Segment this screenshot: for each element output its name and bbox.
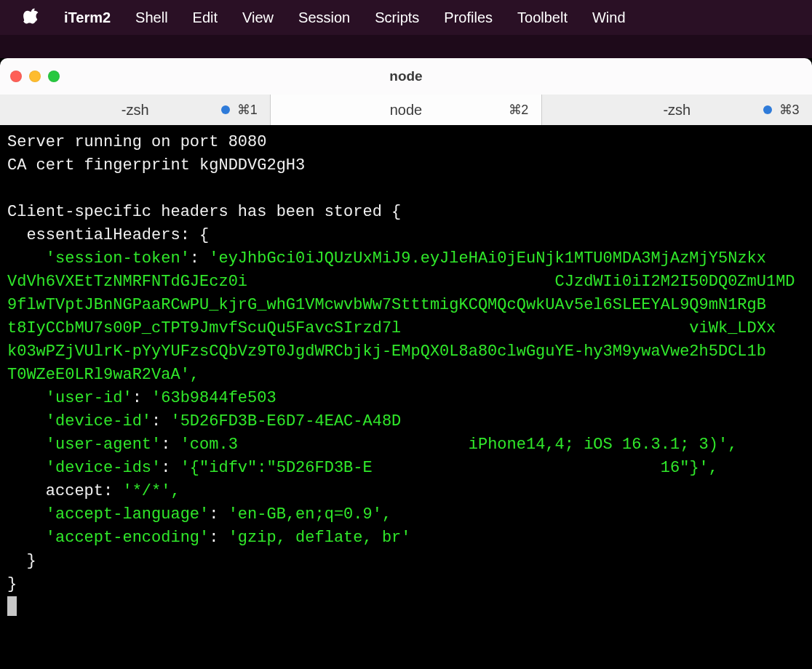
menu-view[interactable]: View (242, 9, 274, 26)
terminal-output[interactable]: Server running on port 8080 CA cert fing… (0, 125, 812, 627)
menu-edit[interactable]: Edit (193, 9, 218, 26)
tab-1-shortcut: ⌘1 (237, 102, 257, 118)
activity-dot-icon (221, 105, 230, 114)
tab-row: -zsh ⌘1 node ⌘2 -zsh ⌘3 (0, 95, 812, 125)
menu-profiles[interactable]: Profiles (444, 9, 493, 26)
tab-1-label: -zsh (122, 102, 149, 119)
menu-shell[interactable]: Shell (135, 9, 167, 26)
tab-2-label: node (390, 102, 423, 119)
tab-3-label: -zsh (663, 102, 690, 119)
terminal-window: node -zsh ⌘1 node ⌘2 -zsh ⌘3 Server runn… (0, 58, 812, 627)
zoom-button[interactable] (48, 71, 60, 82)
tab-2-shortcut: ⌘2 (509, 102, 528, 118)
menu-scripts[interactable]: Scripts (375, 9, 419, 26)
close-button[interactable] (10, 71, 22, 82)
window-title: node (0, 68, 812, 84)
menubar-app-name[interactable]: iTerm2 (64, 9, 111, 26)
menu-window[interactable]: Wind (592, 9, 626, 26)
tab-2[interactable]: node ⌘2 (271, 95, 541, 125)
menu-session[interactable]: Session (298, 9, 350, 26)
traffic-lights (10, 71, 60, 82)
minimize-button[interactable] (29, 71, 41, 82)
window-titlebar: node (0, 58, 812, 95)
activity-dot-icon (763, 105, 772, 114)
menu-toolbelt[interactable]: Toolbelt (517, 9, 568, 26)
cursor-icon (7, 596, 17, 616)
macos-menubar: iTerm2 Shell Edit View Session Scripts P… (0, 0, 812, 35)
apple-logo-icon[interactable] (23, 7, 39, 29)
tab-3-shortcut: ⌘3 (779, 102, 799, 118)
tab-3[interactable]: -zsh ⌘3 (542, 95, 812, 125)
tab-1[interactable]: -zsh ⌘1 (0, 95, 271, 125)
